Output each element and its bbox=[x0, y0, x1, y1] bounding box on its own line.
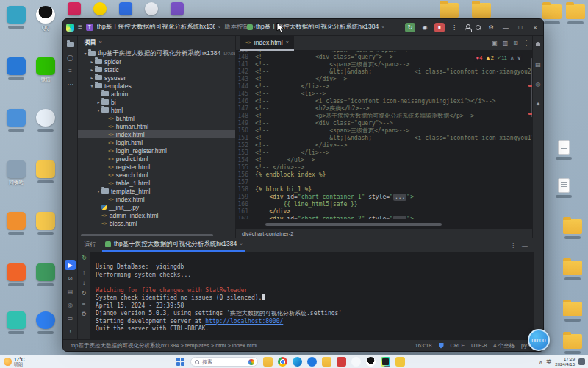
desktop-folder[interactable] bbox=[562, 259, 584, 280]
desktop-icon[interactable] bbox=[32, 263, 59, 286]
tree-item-index.html[interactable]: <>index.html bbox=[78, 130, 235, 138]
input-language[interactable]: 英 bbox=[546, 358, 551, 366]
commit-icon[interactable]: ◯ bbox=[65, 52, 76, 63]
project-icon[interactable] bbox=[65, 39, 76, 49]
status-breadcrumb[interactable]: thp基于疾控大数据的可视化分析系统hx1384 > templates > h… bbox=[71, 342, 257, 350]
services-icon[interactable]: ▤ bbox=[65, 286, 76, 297]
run-tab[interactable]: thp基于疾控大数据的可视化分析系统hx1384 ˅ bbox=[102, 238, 245, 252]
taskbar-icon-chat-app[interactable] bbox=[351, 357, 361, 367]
desktop-folder[interactable] bbox=[541, 3, 563, 24]
desktop-document[interactable] bbox=[553, 138, 575, 160]
stop-button[interactable]: ■ bbox=[434, 23, 445, 32]
desktop-folder[interactable] bbox=[564, 3, 587, 24]
status-item[interactable]: 4 个空格 bbox=[493, 342, 514, 350]
vcs-menu[interactable]: 版本控制 bbox=[224, 23, 249, 32]
run-config-name[interactable]: thp基于疾控大数据的可视化分析系统hx1384 bbox=[256, 23, 379, 32]
taskbar-icon-app-blue-circle[interactable] bbox=[307, 357, 317, 367]
minimize-button[interactable]: — bbox=[501, 23, 511, 32]
tree-item-sysuser[interactable]: ▸sysuser bbox=[78, 74, 235, 82]
desktop-icon[interactable] bbox=[32, 109, 59, 132]
settings-gear-icon[interactable]: ⚙ bbox=[486, 23, 496, 32]
scroll-up-icon[interactable]: ↑ bbox=[82, 269, 85, 276]
desktop-icon[interactable] bbox=[3, 212, 29, 235]
tray-expand-icon[interactable]: ∧ bbox=[539, 359, 542, 365]
tree-item-table_1.html[interactable]: <>table_1.html bbox=[78, 179, 235, 187]
taskbar-icon-qq[interactable] bbox=[366, 357, 376, 367]
structure-icon[interactable]: ≡ bbox=[65, 66, 76, 76]
tree-item-search.html[interactable]: <>search.html bbox=[78, 171, 235, 179]
tree-item-bi.html[interactable]: <>bi.html bbox=[78, 114, 235, 122]
hide-panel-icon[interactable]: — bbox=[522, 242, 528, 249]
search-everywhere-icon[interactable] bbox=[475, 24, 481, 31]
clock[interactable]: 17:29 2024/4/15 bbox=[555, 357, 575, 367]
tree-item-thp-hx1384[interactable]: ▾thp基于疾控大数据的可视化分析系统hx1384D:\desktop\thp基 bbox=[78, 49, 235, 57]
close-button[interactable]: × bbox=[530, 23, 540, 32]
tab-index-html[interactable]: <> index.html × bbox=[240, 36, 294, 51]
tree-item-bicss.html[interactable]: <>bicss.html bbox=[78, 219, 235, 227]
rerun-server-button[interactable]: ↻ bbox=[79, 253, 89, 263]
taskbar-icon-folder-app[interactable] bbox=[322, 357, 331, 367]
softwrap-icon[interactable]: ≡ bbox=[82, 300, 86, 307]
tree-item-index.html[interactable]: <>index.html bbox=[78, 195, 235, 203]
taskbar-icon-chrome[interactable] bbox=[278, 357, 287, 367]
desktop-icon[interactable] bbox=[68, 2, 81, 15]
taskbar-icon-app-red[interactable] bbox=[337, 357, 346, 367]
grid-icon[interactable]: ⊞ bbox=[513, 40, 518, 46]
desktop-folder[interactable] bbox=[438, 1, 460, 18]
desktop-folder[interactable] bbox=[470, 1, 492, 18]
run-panel-options-icon[interactable]: ⋮ bbox=[510, 242, 516, 249]
editor-breadcrumb[interactable]: div#chart-container-2 bbox=[242, 230, 293, 237]
tree-item-html[interactable]: ▾html bbox=[78, 106, 235, 114]
terminal-icon[interactable]: ▭ bbox=[65, 313, 76, 323]
tree-item-admin[interactable]: admin bbox=[78, 90, 235, 98]
desktop-icon[interactable] bbox=[3, 263, 29, 286]
taskbar-icon-file-explorer[interactable] bbox=[263, 357, 273, 367]
desktop-icon[interactable] bbox=[119, 2, 132, 15]
tree-item-human.html[interactable]: <>human.html bbox=[78, 122, 235, 130]
desktop-icon[interactable] bbox=[3, 109, 29, 132]
more-actions-icon[interactable]: ⋮ bbox=[449, 23, 459, 32]
problems-icon[interactable]: ! bbox=[65, 326, 76, 336]
desktop-icon[interactable]: 微信 bbox=[32, 57, 59, 82]
tree-item-spider[interactable]: ▸spider bbox=[78, 57, 235, 66]
desktop-folder[interactable] bbox=[562, 333, 584, 354]
debug-button[interactable]: ◉ bbox=[420, 23, 430, 32]
rerun-button[interactable]: ↻ bbox=[405, 23, 415, 32]
desktop-icon[interactable] bbox=[145, 2, 158, 15]
screen-timer-badge[interactable]: 00:00 bbox=[528, 329, 550, 351]
desktop-icon[interactable] bbox=[171, 2, 184, 15]
start-button[interactable] bbox=[176, 358, 185, 367]
profile-icon[interactable] bbox=[464, 24, 470, 31]
console-link[interactable]: http://localhost:8000/ bbox=[205, 318, 283, 325]
run-console[interactable]: Using DataBase: yiqingdbPerforming syste… bbox=[90, 252, 534, 341]
desktop-icon[interactable] bbox=[3, 311, 29, 334]
tree-item-templates[interactable]: ▾templates bbox=[78, 82, 235, 90]
desktop-icon[interactable]: 回收站 bbox=[3, 160, 29, 185]
scroll-down-icon[interactable]: ↓ bbox=[82, 280, 85, 286]
tree-item-static[interactable]: ▸static bbox=[78, 66, 235, 74]
weather-widget[interactable]: 17°C 晴朗 bbox=[0, 357, 25, 367]
desktop-icon[interactable] bbox=[32, 160, 59, 183]
run-toolwindow-title[interactable]: 运行 bbox=[84, 241, 96, 250]
project-panel-title[interactable]: 项目 bbox=[84, 38, 96, 47]
desktop-folder[interactable] bbox=[562, 218, 584, 239]
desktop-icon[interactable] bbox=[3, 57, 29, 80]
tree-item-login.html[interactable]: <>login.html bbox=[78, 138, 235, 146]
run-icon[interactable]: ▶ bbox=[65, 260, 76, 270]
tree-item-__init__.py[interactable]: __init__.py bbox=[78, 203, 235, 211]
more-tools-icon[interactable]: ⋯ bbox=[65, 79, 76, 89]
desktop-folder[interactable] bbox=[562, 300, 584, 322]
status-item[interactable]: UTF-8 bbox=[471, 342, 487, 349]
split-icon[interactable]: ▥ bbox=[503, 40, 509, 46]
taskbar-search[interactable]: 搜索 bbox=[190, 357, 258, 367]
notifications-icon[interactable] bbox=[533, 39, 544, 49]
taskbar-icon-app-yellow[interactable] bbox=[395, 357, 405, 367]
desktop-icon[interactable] bbox=[93, 2, 107, 15]
database-icon[interactable]: ▤ bbox=[533, 59, 544, 69]
python-packages-icon[interactable]: ⊘ bbox=[65, 273, 76, 283]
status-item[interactable]: 163:18 bbox=[415, 342, 432, 349]
code-area[interactable]: 139<!-- <span>三级首页</span>-->140<!-- <div… bbox=[236, 51, 534, 219]
close-tab-icon[interactable]: × bbox=[286, 39, 290, 46]
layout-icon[interactable]: ▣ bbox=[492, 40, 498, 46]
main-menu-icon[interactable]: ≡ bbox=[78, 24, 82, 31]
